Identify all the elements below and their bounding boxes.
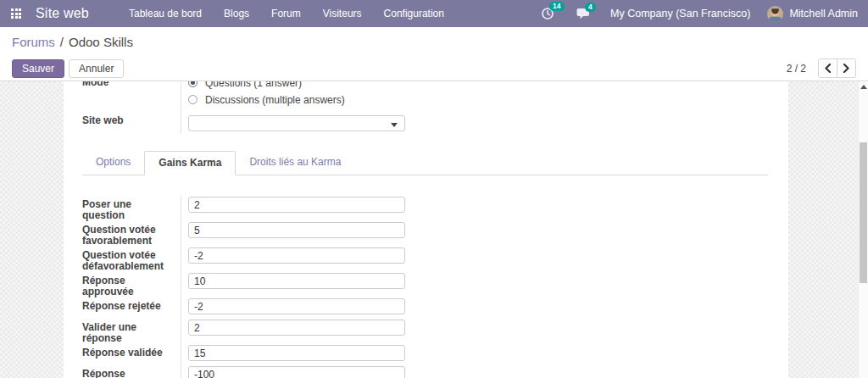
field-label-reponse-inappropriee: Réponse inappropriée [82, 365, 181, 378]
menu-item-forum[interactable]: Forum [260, 0, 312, 27]
form-sheet: Mode Questions (1 answer) Discussions (m… [64, 81, 788, 378]
mode-field-label: Mode [82, 81, 181, 112]
company-switcher[interactable]: My Company (San Francisco) [610, 8, 750, 19]
next-record-button[interactable] [837, 58, 856, 78]
menu-item-configuration[interactable]: Configuration [373, 0, 455, 27]
field-label-reponse-approuvee: Réponse approuvée [82, 272, 181, 297]
field-label-reponse-validee: Réponse validée [82, 344, 181, 365]
forum-settings-group: Mode Questions (1 answer) Discussions (m… [82, 81, 768, 134]
breadcrumb-separator: / [60, 35, 64, 49]
chevron-left-icon [824, 64, 832, 73]
activities-button[interactable]: 14 [541, 7, 554, 20]
radio-unselected-icon[interactable] [188, 95, 198, 104]
cancel-button[interactable]: Annuler [69, 59, 124, 78]
avatar[interactable] [767, 6, 783, 22]
save-button[interactable]: Sauver [12, 59, 64, 78]
input-poser-une-question[interactable] [188, 197, 405, 213]
record-pager: 2 / 2 [787, 58, 856, 78]
menu-item-visiteurs[interactable]: Visiteurs [312, 0, 373, 27]
tab-options[interactable]: Options [82, 151, 144, 175]
karma-fields-group: Poser une question Question votée favora… [82, 196, 768, 378]
input-question-votee-defavorablement[interactable] [188, 247, 405, 264]
apps-menu-button[interactable] [3, 0, 29, 27]
mode-radio-questions-label: Questions (1 answer) [205, 81, 302, 89]
field-label-reponse-rejetee: Réponse rejetée [82, 297, 181, 319]
form-view-container: Mode Questions (1 answer) Discussions (m… [0, 81, 868, 378]
top-navbar: Site web Tableau de bord Blogs Forum Vis… [0, 0, 868, 27]
app-title[interactable]: Site web [36, 6, 89, 21]
field-label-question-votee-defavorablement: Question votée défavorablement [82, 247, 181, 272]
breadcrumb: Forums / Odoo Skills [0, 27, 868, 56]
radio-selected-icon[interactable] [188, 81, 198, 87]
input-reponse-rejetee[interactable] [188, 298, 405, 314]
main-menu: Tableau de bord Blogs Forum Visiteurs Co… [118, 0, 455, 27]
systray: 14 4 My Company (San Francisco) Mitchell… [530, 6, 868, 22]
chevron-right-icon [843, 64, 850, 73]
field-label-valider-une-reponse: Valider une réponse [82, 319, 181, 344]
breadcrumb-parent-link[interactable]: Forums [12, 35, 55, 49]
input-reponse-approuvee[interactable] [188, 273, 405, 289]
mode-radio-discussions-label: Discussions (multiple answers) [205, 94, 345, 106]
previous-record-button[interactable] [818, 58, 837, 78]
apps-grid-icon [11, 8, 21, 19]
activities-badge: 14 [549, 2, 564, 11]
tab-droits-karma[interactable]: Droits liés au Karma [236, 151, 354, 175]
tab-bar: Options Gains Karma Droits liés au Karma [82, 151, 768, 175]
input-valider-une-reponse[interactable] [188, 320, 405, 336]
mode-radio-discussions[interactable]: Discussions (multiple answers) [188, 92, 768, 107]
scrollbar-thumb[interactable] [860, 142, 867, 283]
breadcrumb-current: Odoo Skills [69, 35, 133, 49]
mode-field-value: Questions (1 answer) Discussions (multip… [181, 81, 768, 112]
site-web-select[interactable] [188, 115, 405, 131]
karma-tab-content: Poser une question Question votée favora… [82, 196, 768, 378]
menu-item-tableau-de-bord[interactable]: Tableau de bord [118, 0, 213, 27]
field-label-question-votee-favorablement: Question votée favorablement [82, 221, 181, 247]
form-control-bar: Sauver Annuler 2 / 2 [0, 56, 868, 81]
menu-item-blogs[interactable]: Blogs [213, 0, 260, 27]
chevron-down-icon [391, 123, 398, 127]
site-web-field-label: Site web [82, 112, 181, 134]
input-reponse-validee[interactable] [188, 345, 405, 361]
input-reponse-inappropriee[interactable] [188, 366, 405, 378]
mode-radio-questions[interactable]: Questions (1 answer) [188, 81, 768, 90]
input-question-votee-favorablement[interactable] [188, 222, 405, 238]
field-label-poser-une-question: Poser une question [82, 196, 181, 221]
messages-button[interactable]: 4 [576, 8, 591, 20]
pager-count: 2 / 2 [787, 63, 806, 75]
site-web-field-value [181, 112, 768, 134]
messages-badge: 4 [585, 3, 596, 12]
scroll-up-arrow-icon[interactable] [860, 85, 867, 89]
vertical-scrollbar[interactable] [858, 81, 868, 378]
notebook: Options Gains Karma Droits liés au Karma… [82, 151, 768, 378]
user-menu[interactable]: Mitchell Admin [789, 8, 858, 19]
tab-gains-karma[interactable]: Gains Karma [144, 151, 236, 175]
